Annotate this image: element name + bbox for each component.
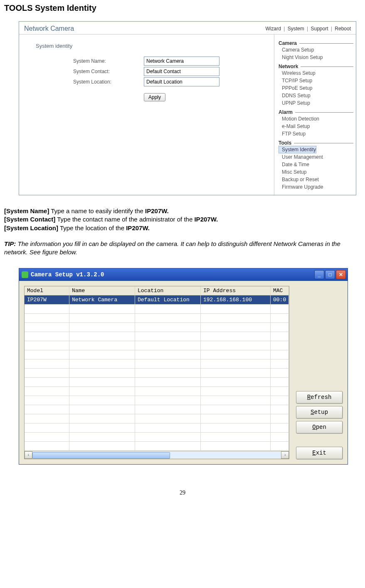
- tip-text: The information you fill in can be displ…: [4, 240, 340, 256]
- sidebar: Camera Camera Setup Night Vision Setup N…: [274, 34, 356, 195]
- scroll-left-icon[interactable]: ‹: [25, 451, 32, 459]
- col-model[interactable]: Model: [25, 286, 69, 295]
- cell-location: Default Location: [135, 295, 201, 304]
- sidebar-group-camera: Camera: [279, 40, 353, 46]
- minimize-button[interactable]: _: [314, 270, 324, 279]
- apply-button[interactable]: Apply: [144, 93, 165, 101]
- sidebar-group-alarm: Alarm: [279, 109, 353, 115]
- grid-row-selected[interactable]: IP207W Network Camera Default Location 1…: [25, 295, 289, 305]
- app-icon: [22, 271, 28, 278]
- label-system-location: System Location:: [36, 79, 144, 85]
- window-side-buttons: Refresh Setup Open Exit: [289, 286, 343, 459]
- cell-ip: 192.168.168.100: [201, 295, 271, 304]
- exit-button[interactable]: Exit: [296, 447, 343, 459]
- input-system-location[interactable]: [144, 77, 219, 86]
- form-row-name: System Name:: [36, 57, 274, 66]
- desc-system-contact-text: Type the contact name of the administrat…: [55, 216, 194, 223]
- desc-system-name-bold: IP207W.: [145, 207, 169, 214]
- sidebar-item-backup-reset[interactable]: Backup or Reset: [279, 176, 353, 183]
- sidebar-item-misc[interactable]: Misc Setup: [279, 168, 353, 176]
- sidebar-group-tools: Tools: [279, 140, 353, 146]
- close-button[interactable]: ✕: [336, 270, 346, 279]
- desc-system-location-label: [System Location]: [4, 224, 58, 231]
- section-heading: System identity: [36, 43, 274, 49]
- sidebar-item-camera-setup[interactable]: Camera Setup: [279, 46, 353, 54]
- refresh-button[interactable]: Refresh: [296, 391, 343, 403]
- window-titlebar: Camera Setup v1.3.2.0 _ □ ✕: [19, 268, 348, 281]
- sidebar-item-night-vision[interactable]: Night Vision Setup: [279, 54, 353, 61]
- camera-grid: Model Name Location IP Address MAC IP207…: [24, 286, 289, 459]
- scroll-track[interactable]: [32, 452, 281, 458]
- maximize-button[interactable]: □: [325, 270, 335, 279]
- cell-name: Network Camera: [69, 295, 135, 304]
- open-button[interactable]: Open: [296, 421, 343, 433]
- label-system-name: System Name:: [36, 58, 144, 64]
- sidebar-item-tcpip[interactable]: TCP/IP Setup: [279, 77, 353, 84]
- desc-system-location-bold: IP207W.: [126, 224, 150, 231]
- sidebar-item-user-mgmt[interactable]: User Management: [279, 153, 353, 161]
- col-name[interactable]: Name: [69, 286, 135, 295]
- cell-model: IP207W: [25, 295, 69, 304]
- sidebar-item-wireless[interactable]: Wireless Setup: [279, 69, 353, 77]
- form-row-contact: System Contact:: [36, 67, 274, 76]
- nav-separator: |: [331, 26, 332, 32]
- input-system-contact[interactable]: [144, 67, 219, 76]
- nav-separator: |: [307, 26, 308, 32]
- nav-wizard[interactable]: Wizard: [265, 26, 281, 32]
- panel-brand: Network Camera: [24, 25, 74, 32]
- sidebar-group-network: Network: [279, 64, 353, 69]
- setup-button[interactable]: Setup: [296, 406, 343, 418]
- sidebar-item-motion[interactable]: Motion Detection: [279, 115, 353, 123]
- nav-reboot[interactable]: Reboot: [335, 26, 351, 32]
- sidebar-item-upnp[interactable]: UPNP Setup: [279, 99, 353, 107]
- page-number: 29: [4, 490, 361, 496]
- nav-support[interactable]: Support: [311, 26, 328, 32]
- description-block: [System Name] Type a name to easily iden…: [4, 207, 361, 232]
- window-title: Camera Setup v1.3.2.0: [31, 271, 104, 278]
- panel-main: System identity System Name: System Cont…: [19, 34, 274, 195]
- sidebar-item-ddns[interactable]: DDNS Setup: [279, 92, 353, 99]
- network-camera-panel: Network Camera Wizard | System | Support…: [19, 21, 356, 195]
- scroll-right-icon[interactable]: ›: [281, 451, 289, 459]
- sidebar-item-pppoe[interactable]: PPPoE Setup: [279, 84, 353, 92]
- desc-system-location-text: Type the location of the: [58, 224, 126, 231]
- sidebar-item-system-identity[interactable]: System Identity: [279, 146, 316, 153]
- desc-system-contact-label: [System Contact]: [4, 216, 55, 223]
- col-ip[interactable]: IP Address: [201, 286, 271, 295]
- cell-mac: 00:0: [271, 295, 289, 304]
- sidebar-item-firmware[interactable]: Firmware Upgrade: [279, 183, 353, 191]
- input-system-name[interactable]: [144, 57, 219, 66]
- page-title: TOOLS System Identity: [4, 3, 361, 13]
- sidebar-item-email[interactable]: e-Mail Setup: [279, 123, 353, 130]
- nav-separator: |: [284, 26, 285, 32]
- form-row-location: System Location:: [36, 77, 274, 86]
- desc-system-name-label: [System Name]: [4, 207, 49, 214]
- scroll-thumb[interactable]: [32, 452, 170, 459]
- tip-label: TIP:: [4, 240, 16, 247]
- sidebar-item-ftp[interactable]: FTP Setup: [279, 130, 353, 138]
- desc-system-name-text: Type a name to easily identify the: [49, 207, 145, 214]
- col-location[interactable]: Location: [135, 286, 201, 295]
- top-nav: Wizard | System | Support | Reboot: [265, 26, 351, 32]
- horizontal-scrollbar[interactable]: ‹ ›: [25, 451, 289, 459]
- sidebar-item-date-time[interactable]: Date & Time: [279, 161, 353, 168]
- nav-system[interactable]: System: [288, 26, 304, 32]
- col-mac[interactable]: MAC: [271, 286, 289, 295]
- panel-header: Network Camera Wizard | System | Support…: [19, 22, 356, 34]
- desc-system-contact-bold: IP207W.: [194, 216, 218, 223]
- camera-setup-window: Camera Setup v1.3.2.0 _ □ ✕ Model Name L…: [19, 268, 348, 465]
- grid-empty-rows: [25, 305, 289, 451]
- tip-block: TIP: The information you fill in can be …: [4, 240, 361, 257]
- label-system-contact: System Contact:: [36, 69, 144, 74]
- grid-header: Model Name Location IP Address MAC: [25, 286, 289, 295]
